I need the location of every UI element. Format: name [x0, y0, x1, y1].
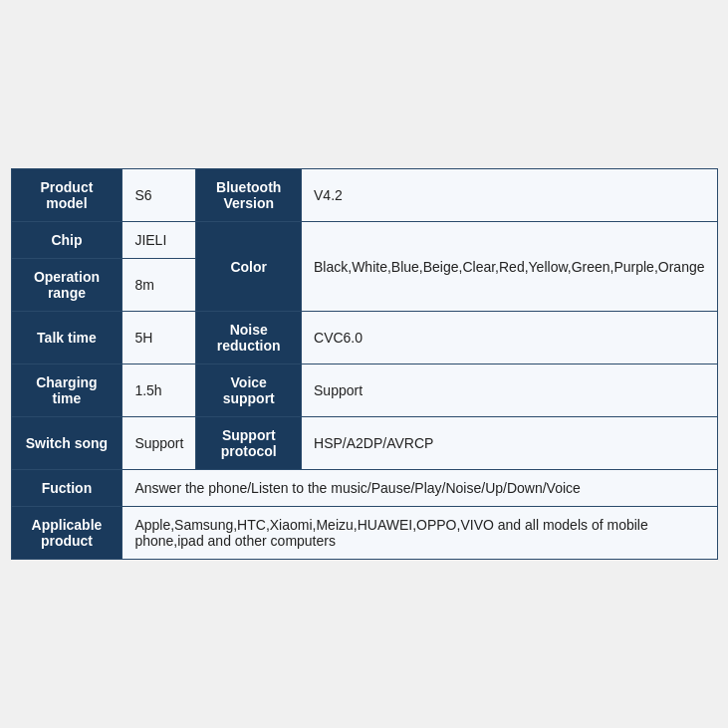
- operation-range-label: Operation range: [11, 259, 122, 312]
- fuction-value: Answer the phone/Listen to the music/Pau…: [122, 470, 717, 507]
- switch-song-value: Support: [122, 417, 196, 470]
- voice-support-label: Voice support: [196, 364, 302, 417]
- table-row: Charging time 1.5h Voice support Support: [11, 364, 717, 417]
- table-row: Talk time 5H Noise reduction CVC6.0: [11, 312, 717, 364]
- color-value: Black,White,Blue,Beige,Clear,Red,Yellow,…: [302, 222, 717, 312]
- bluetooth-version-value: V4.2: [302, 169, 717, 222]
- noise-reduction-value: CVC6.0: [302, 312, 717, 364]
- spec-table: Product model S6 Bluetooth Version V4.2 …: [11, 168, 718, 560]
- spec-table-wrapper: Product model S6 Bluetooth Version V4.2 …: [11, 168, 718, 560]
- charging-time-label: Charging time: [11, 364, 122, 417]
- product-model-label: Product model: [11, 169, 122, 222]
- voice-support-value: Support: [302, 364, 717, 417]
- charging-time-value: 1.5h: [122, 364, 196, 417]
- operation-range-value: 8m: [122, 259, 196, 312]
- switch-song-label: Switch song: [11, 417, 122, 470]
- product-model-value: S6: [122, 169, 196, 222]
- table-row: Chip JIELI Color Black,White,Blue,Beige,…: [11, 222, 717, 259]
- support-protocol-value: HSP/A2DP/AVRCP: [302, 417, 717, 470]
- table-row: Applicable product Apple,Samsung,HTC,Xia…: [11, 507, 717, 560]
- talk-time-value: 5H: [122, 312, 196, 364]
- chip-label: Chip: [11, 222, 122, 259]
- support-protocol-label: Support protocol: [196, 417, 302, 470]
- table-row: Product model S6 Bluetooth Version V4.2: [11, 169, 717, 222]
- bluetooth-version-label: Bluetooth Version: [196, 169, 302, 222]
- color-label: Color: [196, 222, 302, 312]
- chip-value: JIELI: [122, 222, 196, 259]
- table-row: Fuction Answer the phone/Listen to the m…: [11, 470, 717, 507]
- fuction-label: Fuction: [11, 470, 122, 507]
- talk-time-label: Talk time: [11, 312, 122, 364]
- applicable-product-label: Applicable product: [11, 507, 122, 560]
- noise-reduction-label: Noise reduction: [196, 312, 302, 364]
- applicable-product-value: Apple,Samsung,HTC,Xiaomi,Meizu,HUAWEI,OP…: [122, 507, 717, 560]
- table-row: Switch song Support Support protocol HSP…: [11, 417, 717, 470]
